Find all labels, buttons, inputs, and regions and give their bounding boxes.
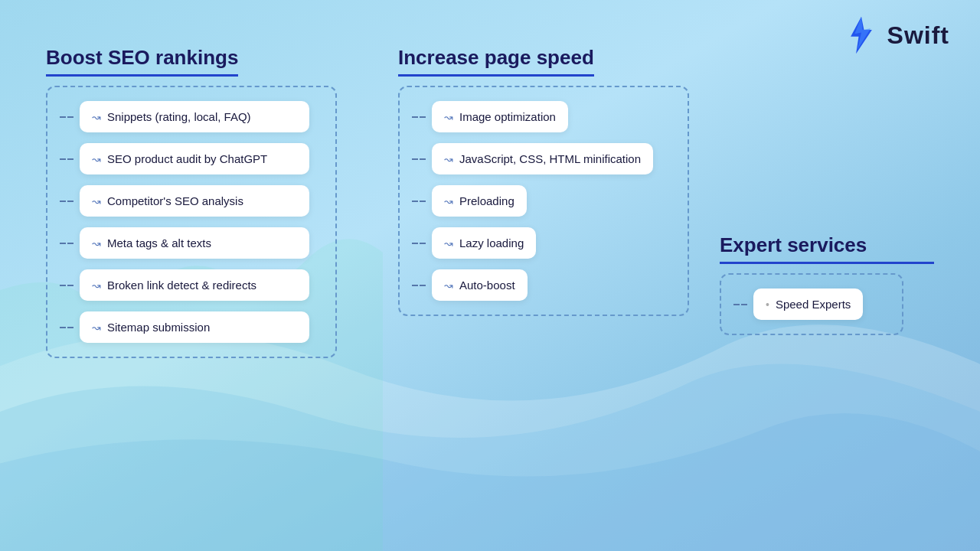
- item-box: ↝ Snippets (rating, local, FAQ): [80, 101, 309, 132]
- arrow-icon: ↝: [444, 111, 453, 123]
- connector: [60, 116, 74, 118]
- list-item: ↝ SEO product audit by ChatGPT: [60, 143, 323, 174]
- list-item: ↝ Auto-boost: [412, 269, 675, 301]
- arrow-icon: ↝: [444, 279, 453, 292]
- item-box: ↝ Broken link detect & redirects: [80, 269, 309, 301]
- arrow-icon: ↝: [92, 111, 101, 123]
- item-box: ↝ Sitemap submission: [80, 311, 309, 343]
- expert-items-box: • Speed Experts: [720, 273, 903, 335]
- column-speed-title: Increase page speed: [398, 46, 594, 77]
- logo-text: Swift: [887, 21, 949, 50]
- list-item: ↝ Lazy loading: [412, 227, 675, 259]
- list-item: ↝ Image optimization: [412, 101, 675, 132]
- list-item: ↝ Broken link detect & redirects: [60, 269, 323, 301]
- arrow-icon: ↝: [444, 237, 453, 249]
- dot-icon: •: [766, 298, 769, 311]
- list-item: ↝ JavaScript, CSS, HTML minification: [412, 143, 675, 174]
- arrow-icon: ↝: [92, 153, 101, 165]
- item-box: ↝ Preloading: [432, 185, 527, 217]
- item-box: • Speed Experts: [753, 289, 863, 320]
- column-seo-title: Boost SEO rankings: [46, 46, 238, 77]
- column-seo: Boost SEO rankings ↝ Snippets (rating, l…: [46, 46, 337, 358]
- connector: [733, 304, 747, 305]
- arrow-icon: ↝: [92, 195, 101, 207]
- list-item: ↝ Competitor's SEO analysis: [60, 185, 323, 217]
- connector: [60, 201, 74, 202]
- column-expert-title: Expert services: [720, 233, 934, 264]
- list-item: ↝ Snippets (rating, local, FAQ): [60, 101, 323, 132]
- item-box: ↝ Competitor's SEO analysis: [80, 185, 309, 217]
- item-box: ↝ Lazy loading: [432, 227, 536, 259]
- list-item: ↝ Sitemap submission: [60, 311, 323, 343]
- connector: [60, 327, 74, 328]
- connector: [412, 158, 426, 160]
- item-box: ↝ Auto-boost: [432, 269, 528, 301]
- column-expert: Expert services • Speed Experts: [720, 46, 934, 358]
- connector: [412, 116, 426, 118]
- arrow-icon: ↝: [444, 195, 453, 207]
- list-item: • Speed Experts: [733, 289, 890, 320]
- connector: [60, 243, 74, 244]
- connector: [412, 201, 426, 202]
- item-box: ↝ SEO product audit by ChatGPT: [80, 143, 309, 174]
- item-box: ↝ JavaScript, CSS, HTML minification: [432, 143, 653, 174]
- arrow-icon: ↝: [92, 237, 101, 249]
- arrow-icon: ↝: [444, 153, 453, 165]
- item-box: ↝ Meta tags & alt texts: [80, 227, 309, 259]
- connector: [60, 285, 74, 286]
- speed-items-box: ↝ Image optimization ↝ JavaScript, CSS, …: [398, 86, 689, 316]
- item-box: ↝ Image optimization: [432, 101, 568, 132]
- list-item: ↝ Preloading: [412, 185, 675, 217]
- connector: [412, 243, 426, 244]
- list-item: ↝ Meta tags & alt texts: [60, 227, 323, 259]
- seo-items-box: ↝ Snippets (rating, local, FAQ) ↝ SEO pr…: [46, 86, 337, 358]
- column-speed: Increase page speed ↝ Image optimization: [398, 46, 689, 358]
- arrow-icon: ↝: [92, 321, 101, 334]
- connector: [412, 285, 426, 286]
- connector: [60, 158, 74, 160]
- arrow-icon: ↝: [92, 279, 101, 292]
